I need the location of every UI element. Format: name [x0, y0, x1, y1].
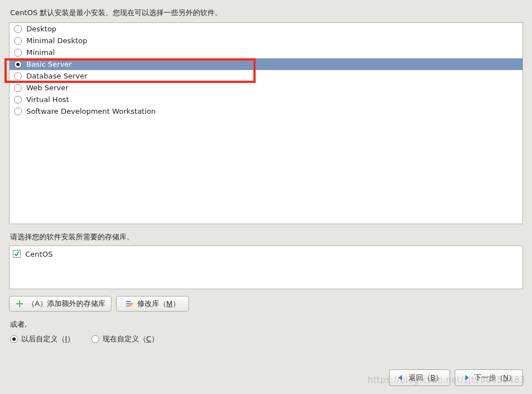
- back-label: 返回（B）: [409, 373, 443, 383]
- package-option[interactable]: Software Development Workstation: [10, 105, 522, 117]
- modify-repo-button[interactable]: 修改库（M）: [116, 296, 189, 312]
- package-label: Database Server: [26, 72, 87, 80]
- next-label: 下一步（N）: [474, 373, 516, 383]
- back-button[interactable]: 返回（B）: [389, 369, 450, 386]
- arrow-left-icon: [396, 373, 405, 382]
- package-label: Virtual Host: [26, 95, 69, 104]
- radio-icon: [14, 25, 22, 33]
- page-description: CentOS 默认安装是最小安装。您现在可以选择一些另外的软件。: [10, 8, 523, 18]
- modify-repo-label: 修改库（M）: [137, 299, 180, 309]
- add-repo-label: （A）添加额外的存储库: [27, 299, 105, 309]
- radio-icon: [14, 96, 22, 104]
- customize-now-label: 现在自定义（C）: [103, 334, 159, 344]
- radio-icon: [91, 335, 99, 343]
- package-option[interactable]: Basic Server: [10, 58, 522, 70]
- radio-icon: [14, 108, 22, 115]
- add-repo-button[interactable]: （A）添加额外的存储库: [9, 296, 112, 312]
- arrow-right-icon: [462, 373, 471, 382]
- radio-icon: [10, 335, 18, 343]
- customize-radio-group: 以后自定义（I） 现在自定义（C）: [10, 334, 523, 344]
- next-button[interactable]: 下一步（N）: [455, 369, 523, 386]
- checkbox-icon: [13, 250, 21, 258]
- or-label: 或者,: [10, 319, 523, 330]
- repo-item[interactable]: CentOS: [13, 248, 519, 259]
- repo-label: CentOS: [25, 250, 53, 258]
- customize-now-option[interactable]: 现在自定义（C）: [91, 334, 159, 344]
- radio-icon: [14, 37, 22, 45]
- customize-later-label: 以后自定义（I）: [21, 334, 75, 344]
- package-option[interactable]: Web Server: [10, 82, 522, 94]
- plus-icon: [15, 299, 24, 308]
- package-label: Desktop: [26, 25, 57, 33]
- package-option[interactable]: Database Server: [10, 70, 522, 82]
- repo-prompt: 请选择您的软件安装所需要的存储库。: [10, 232, 523, 242]
- radio-icon: [14, 72, 22, 80]
- radio-icon: [14, 61, 22, 68]
- package-label: Basic Server: [26, 60, 72, 68]
- package-option[interactable]: Desktop: [10, 23, 522, 35]
- package-option[interactable]: Minimal: [10, 47, 522, 58]
- package-label: Web Server: [26, 84, 68, 92]
- customize-later-option[interactable]: 以后自定义（I）: [10, 334, 75, 344]
- edit-icon: [125, 299, 134, 308]
- package-option[interactable]: Minimal Desktop: [10, 35, 522, 47]
- package-label: Software Development Workstation: [26, 107, 156, 115]
- repo-list[interactable]: CentOS: [9, 245, 523, 289]
- radio-icon: [14, 84, 22, 92]
- package-label: Minimal Desktop: [26, 36, 87, 45]
- package-label: Minimal: [26, 48, 55, 57]
- package-option[interactable]: Virtual Host: [10, 94, 522, 105]
- radio-icon: [14, 49, 22, 57]
- package-group-list[interactable]: DesktopMinimal DesktopMinimalBasic Serve…: [9, 22, 523, 224]
